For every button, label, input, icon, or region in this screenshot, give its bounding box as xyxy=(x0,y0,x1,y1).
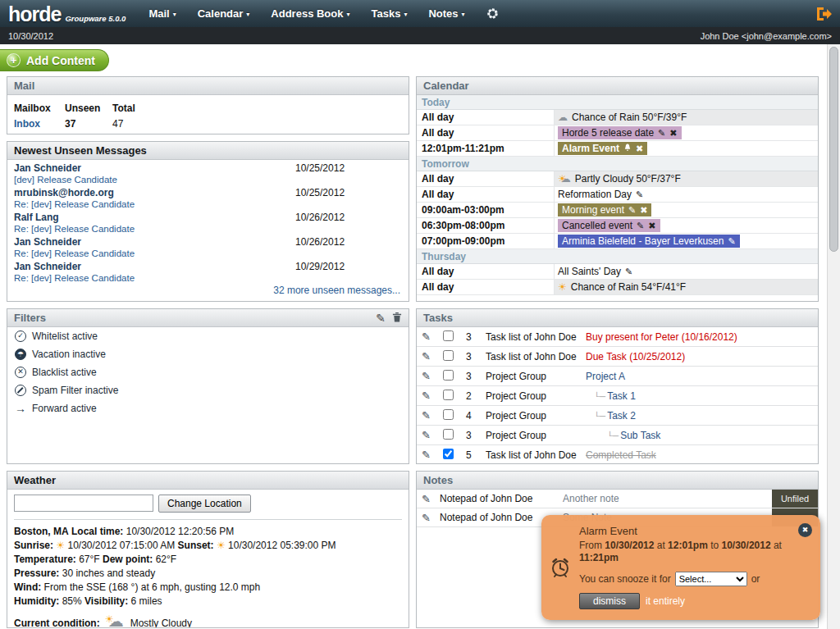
message-subject[interactable]: Re: [dev] Release Candidate xyxy=(14,199,402,209)
task-checkbox[interactable] xyxy=(443,390,454,400)
change-location-button[interactable]: Change Location xyxy=(158,495,251,513)
message-sender[interactable]: Jan Schneider xyxy=(14,236,295,248)
settings-gear-icon[interactable] xyxy=(486,7,499,20)
edit-icon[interactable]: ✎ xyxy=(422,370,443,382)
calendar-event[interactable]: Arminia Bielefeld - Bayer Leverkusen ✎ xyxy=(558,235,740,248)
edit-icon[interactable]: ✎ xyxy=(728,237,735,246)
calendar-event[interactable]: Horde 5 release date ✎ ✖ xyxy=(558,126,682,139)
calendar-event[interactable]: Reformation Day xyxy=(558,189,632,200)
task-name[interactable]: Task 1 xyxy=(607,390,636,402)
task-list-name: Project Group xyxy=(486,430,586,441)
task-name[interactable]: Completed Task xyxy=(586,449,818,461)
message-sender[interactable]: Jan Schneider xyxy=(14,162,295,174)
close-icon[interactable]: ✖ xyxy=(798,523,812,537)
logout-icon[interactable] xyxy=(815,7,832,21)
scrollbar-thumb[interactable] xyxy=(829,47,838,252)
status-bar: 10/30/2012 John Doe <john@example.com> xyxy=(0,27,840,44)
message-row: Jan Schneider 10/26/2012 Re: [dev] Relea… xyxy=(7,234,409,258)
edit-icon[interactable]: ✎ xyxy=(422,449,443,461)
more-unseen-link[interactable]: 32 more unseen messages... xyxy=(7,283,409,298)
calendar-row: 09:00am-03:00pm Morning event ✎ ✖ xyxy=(417,203,818,218)
sun-icon: ☀ xyxy=(558,281,567,293)
calendar-row: All day ☀☁ Partly Cloudy 50°F/37°F xyxy=(417,171,818,187)
filter-blacklist[interactable]: ✕ Blacklist active xyxy=(7,363,409,381)
add-content-button[interactable]: + Add Content xyxy=(0,49,109,71)
event-time: 12:01pm-11:21pm xyxy=(417,141,555,156)
edit-icon[interactable]: ✎ xyxy=(637,221,644,230)
task-name[interactable]: Project A xyxy=(586,371,818,382)
task-priority: 4 xyxy=(466,410,486,422)
task-name[interactable]: Buy present for Peter (10/16/2012) xyxy=(586,331,818,343)
edit-icon[interactable]: ✎ xyxy=(628,206,636,215)
note-name[interactable]: Another note xyxy=(563,493,772,504)
edit-icon[interactable]: ✎ xyxy=(422,330,443,343)
message-subject[interactable]: Re: [dev] Release Candidate xyxy=(14,273,402,283)
mostly-cloudy-icon: ☀☁ xyxy=(104,615,126,628)
message-sender[interactable]: Ralf Lang xyxy=(14,212,295,223)
filter-forward[interactable]: → Forward active xyxy=(7,399,409,417)
edit-icon[interactable]: ✎ xyxy=(658,129,665,138)
delete-icon[interactable]: ✖ xyxy=(648,221,655,230)
filter-vacation[interactable]: ☂ Vacation inactive xyxy=(7,345,409,363)
filter-whitelist[interactable]: ✓ Whitelist active xyxy=(7,327,409,345)
task-row: ✎ 2 Project Group └─Task 1 xyxy=(417,386,818,406)
task-priority: 3 xyxy=(466,430,486,441)
edit-icon[interactable]: ✎ xyxy=(636,190,643,199)
chevron-down-icon: ▾ xyxy=(404,11,407,18)
task-name[interactable]: Task 2 xyxy=(607,410,636,422)
block-title: Newest Unseen Messages xyxy=(14,144,147,157)
event-time: All day xyxy=(417,264,555,279)
task-name[interactable]: Due Task (10/25/2012) xyxy=(586,351,818,362)
message-subject[interactable]: Re: [dev] Release Candidate xyxy=(14,224,402,234)
task-checkbox[interactable] xyxy=(443,449,454,459)
location-input[interactable] xyxy=(14,495,153,512)
chevron-down-icon: ▾ xyxy=(462,11,465,18)
task-row: ✎ 3 Task list of John Doe Due Task (10/2… xyxy=(417,347,818,367)
message-subject[interactable]: Re: [dev] Release Candidate xyxy=(14,248,402,258)
message-sender[interactable]: mrubinsk@horde.org xyxy=(14,187,295,198)
task-checkbox[interactable] xyxy=(443,409,454,420)
edit-icon[interactable]: ✎ xyxy=(422,390,443,402)
calendar-event[interactable]: All Saints' Day xyxy=(558,266,621,277)
edit-icon[interactable]: ✎ xyxy=(376,312,386,324)
delete-icon[interactable]: ✖ xyxy=(669,129,677,138)
horde-logo[interactable]: horde xyxy=(8,2,61,26)
edit-icon[interactable]: ✎ xyxy=(422,409,443,422)
block-title: Weather xyxy=(14,474,56,486)
message-sender[interactable]: Jan Schneider xyxy=(14,261,295,272)
edit-icon[interactable]: ✎ xyxy=(422,512,440,524)
task-checkbox[interactable] xyxy=(443,330,454,341)
task-checkbox[interactable] xyxy=(443,350,454,361)
task-priority: 5 xyxy=(466,449,486,461)
task-list-name: Project Group xyxy=(486,390,586,402)
vertical-scrollbar[interactable] xyxy=(827,44,840,629)
calendar-event[interactable]: Morning event ✎ ✖ xyxy=(558,203,651,217)
calendar-day-header: Thursday xyxy=(417,249,818,264)
nav-address-book[interactable]: Address Book▾ xyxy=(271,7,349,20)
inbox-link[interactable]: Inbox xyxy=(14,118,65,130)
edit-icon[interactable]: ✎ xyxy=(422,493,440,505)
task-checkbox[interactable] xyxy=(443,429,454,440)
message-date: 10/26/2012 xyxy=(295,212,402,223)
nav-notes[interactable]: Notes▾ xyxy=(428,7,464,20)
edit-icon[interactable]: ✎ xyxy=(625,267,632,276)
left-column: Mail Mailbox Unseen Total Inbox 37 47 xyxy=(7,76,409,629)
task-name[interactable]: Sub Task xyxy=(620,430,660,441)
nav-calendar[interactable]: Calendar▾ xyxy=(198,7,250,20)
edit-icon[interactable]: ✎ xyxy=(422,350,443,362)
delete-icon[interactable]: ✖ xyxy=(636,144,643,153)
trash-icon[interactable] xyxy=(392,312,402,324)
filter-spam[interactable]: Spam Filter inactive xyxy=(7,381,409,399)
calendar-event-alarm[interactable]: Alarm Event ✖ xyxy=(558,142,647,155)
dismiss-button[interactable]: dismiss xyxy=(579,593,640,609)
calendar-event[interactable]: Cancelled event ✎ ✖ xyxy=(558,219,660,232)
snooze-select[interactable]: Select... xyxy=(675,572,747,586)
version-tagline: Groupware 5.0.0 xyxy=(65,14,126,23)
message-subject[interactable]: [dev] Release Candidate xyxy=(14,175,402,185)
nav-tasks[interactable]: Tasks▾ xyxy=(372,7,408,20)
task-priority: 3 xyxy=(466,331,486,343)
delete-icon[interactable]: ✖ xyxy=(640,206,647,215)
task-checkbox[interactable] xyxy=(443,370,454,381)
edit-icon[interactable]: ✎ xyxy=(422,429,443,441)
nav-mail[interactable]: Mail▾ xyxy=(148,7,176,20)
